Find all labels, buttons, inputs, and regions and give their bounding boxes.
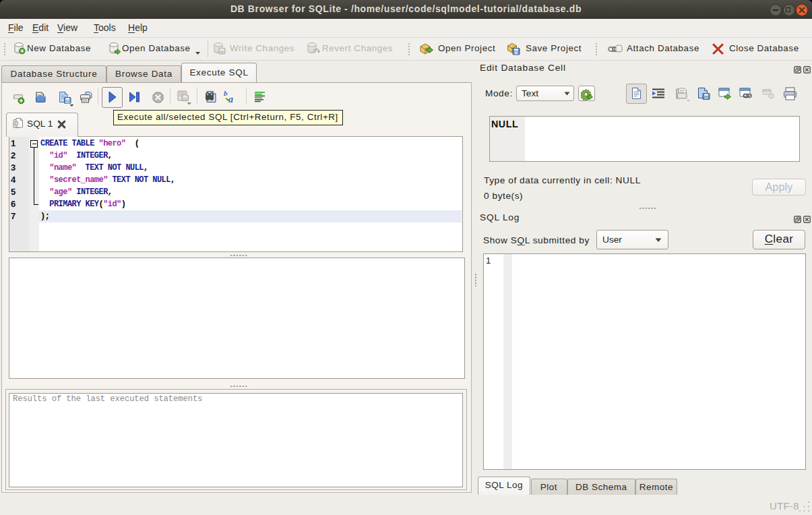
svg-text:a: a [228, 94, 233, 104]
svg-text:b: b [224, 90, 228, 97]
